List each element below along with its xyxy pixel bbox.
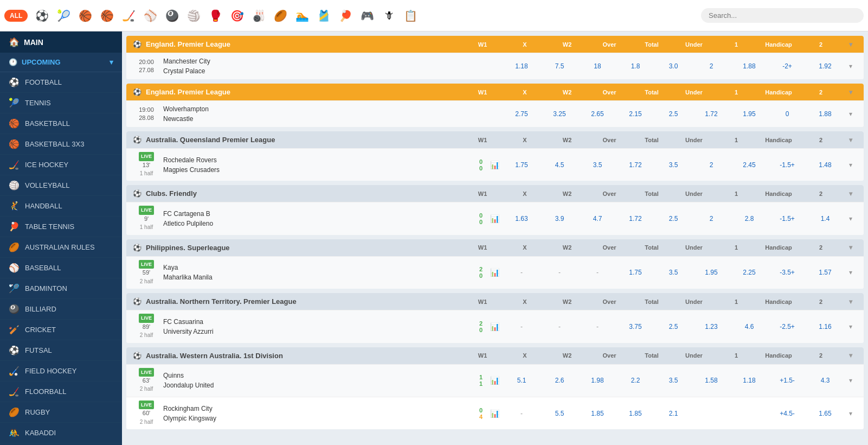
stats-icon[interactable]: 📊 <box>486 214 503 223</box>
odds-x[interactable]: - <box>541 323 578 330</box>
odds-under[interactable]: 1.95 <box>692 269 730 276</box>
football-icon-btn[interactable]: ⚽ <box>32 6 52 26</box>
darts-icon-btn[interactable]: 🎯 <box>227 6 247 26</box>
expand-icon[interactable]: ▾ <box>844 41 857 48</box>
sidebar-main-item[interactable]: 🏠 MAIN <box>0 31 122 53</box>
odds-x[interactable]: - <box>541 269 578 276</box>
league-header-qpl[interactable]: ⚽ Australia. Queensland Premier League W… <box>126 131 864 148</box>
odds-x[interactable]: 3.25 <box>541 110 578 118</box>
expand-row-icon[interactable]: ▾ <box>844 62 857 70</box>
league-header-ntpl[interactable]: ⚽ Australia. Northern Territory. Premier… <box>126 293 864 310</box>
expand-row-icon[interactable]: ▾ <box>844 110 857 118</box>
odds-w1[interactable]: - <box>503 323 541 330</box>
odds-1[interactable]: 2.8 <box>730 215 768 223</box>
odds-over[interactable]: 2.15 <box>616 110 654 118</box>
odds-w1[interactable]: 1.63 <box>503 215 541 223</box>
odds-under[interactable]: 2 <box>692 215 730 223</box>
expand-icon[interactable]: ▾ <box>844 352 857 359</box>
sidebar-item-tennis[interactable]: 🎾 TENNIS <box>0 93 122 113</box>
league-header-wapl[interactable]: ⚽ Australia. Western Australia. 1st Divi… <box>126 347 864 364</box>
odds-w1[interactable]: 5.1 <box>503 377 541 384</box>
billiard-icon-btn[interactable]: 🎱 <box>162 6 182 26</box>
odds-w2[interactable]: 3.5 <box>578 161 616 169</box>
odds-under[interactable]: 1.23 <box>692 323 730 330</box>
odds-over[interactable]: 2.2 <box>616 377 654 384</box>
odds-under[interactable]: 1.72 <box>692 110 730 118</box>
odds-1[interactable]: 1.95 <box>730 110 768 118</box>
league-header-epl1[interactable]: ⚽ England. Premier League W1 X W2 Over T… <box>126 36 864 53</box>
expand-icon[interactable]: ▾ <box>844 298 857 306</box>
stats-icon[interactable]: 📊 <box>486 409 503 418</box>
stats-icon[interactable]: 📊 <box>486 161 503 169</box>
odds-w1[interactable]: 2.75 <box>503 110 541 118</box>
odds-1[interactable]: 2.45 <box>730 161 768 169</box>
boxing-icon-btn[interactable]: 🥊 <box>205 6 225 26</box>
odds-x[interactable]: 4.5 <box>541 161 578 169</box>
odds-under[interactable]: 2 <box>692 62 730 70</box>
league-header-friendly[interactable]: ⚽ Clubs. Friendly W1 X W2 Over Total Und… <box>126 185 864 202</box>
league-header-phil[interactable]: ⚽ Philippines. Superleague W1 X W2 Over … <box>126 239 864 256</box>
sidebar-item-fieldhockey[interactable]: 🏑 FIELD HOCKEY <box>0 361 122 382</box>
sidebar-item-basketball[interactable]: 🏀 BASKETBALL <box>0 113 122 134</box>
odds-w2[interactable]: 1.85 <box>578 410 616 417</box>
odds-1[interactable]: 4.6 <box>730 323 768 330</box>
expand-icon[interactable]: ▾ <box>844 136 857 144</box>
odds-2[interactable]: 4.3 <box>806 377 844 384</box>
sidebar-item-floorball[interactable]: 🏒 FLOORBALL <box>0 382 122 402</box>
odds-over[interactable]: 1.72 <box>616 215 654 223</box>
sidebar-item-basketball3x3[interactable]: 🏀 BASKETBALL 3X3 <box>0 134 122 155</box>
sidebar-item-cricket[interactable]: 🏏 CRICKET <box>0 320 122 340</box>
bowling-icon-btn[interactable]: 🎳 <box>249 6 268 26</box>
odds-over[interactable]: 1.72 <box>616 161 654 169</box>
sidebar-upcoming-item[interactable]: 🕐 UPCOMING ▾ <box>0 53 122 72</box>
basketball3x3-icon-btn[interactable]: 🏀 <box>97 6 117 26</box>
sidebar-item-rugby[interactable]: 🏉 RUGBY <box>0 402 122 423</box>
stats-icon[interactable]: 📊 <box>486 322 503 331</box>
sidebar-item-football[interactable]: ⚽ FOOTBALL <box>0 72 122 93</box>
stats-icon[interactable]: 📊 <box>486 376 503 385</box>
search-input[interactable] <box>701 8 864 23</box>
expand-row-icon[interactable]: ▾ <box>844 410 857 417</box>
odds-w1[interactable]: - <box>503 269 541 276</box>
odds-1[interactable]: 1.88 <box>730 62 768 70</box>
expand-icon[interactable]: ▾ <box>844 244 857 251</box>
sidebar-item-australianrules[interactable]: 🏉 AUSTRALIAN RULES <box>0 237 122 258</box>
odds-1[interactable]: 1.18 <box>730 377 768 384</box>
odds-w2[interactable]: 1.98 <box>578 377 616 384</box>
odds-w1[interactable]: - <box>503 410 541 417</box>
expand-row-icon[interactable]: ▾ <box>844 269 857 276</box>
tennis-icon-btn[interactable]: 🎾 <box>54 6 73 26</box>
sidebar-item-icehockey[interactable]: 🏒 ICE HOCKEY <box>0 155 122 175</box>
odds-x[interactable]: 5.5 <box>541 410 578 417</box>
odds-2[interactable]: 1.16 <box>806 323 844 330</box>
odds-w2[interactable]: 2.65 <box>578 110 616 118</box>
sidebar-item-baseball[interactable]: ⚾ BASEBALL <box>0 258 122 278</box>
odds-2[interactable]: 1.4 <box>806 215 844 223</box>
expand-row-icon[interactable]: ▾ <box>844 161 857 169</box>
icehockey-icon-btn[interactable]: 🏒 <box>119 6 138 26</box>
odds-w2[interactable]: - <box>578 323 616 330</box>
athletics-icon-btn[interactable]: 🎽 <box>314 6 333 26</box>
odds-under[interactable]: 2 <box>692 161 730 169</box>
odds-under[interactable]: 1.58 <box>692 377 730 384</box>
esports-icon-btn[interactable]: 🎮 <box>357 6 377 26</box>
basketball-icon-btn[interactable]: 🏀 <box>75 6 95 26</box>
sidebar-item-futsal[interactable]: ⚽ FUTSAL <box>0 340 122 361</box>
sidebar-item-billiard[interactable]: 🎱 BILLIARD <box>0 299 122 320</box>
odds-over[interactable]: 1.8 <box>616 62 654 70</box>
stats-icon[interactable]: 📊 <box>486 268 503 277</box>
odds-2[interactable]: 1.92 <box>806 62 844 70</box>
tabletennis-icon-btn[interactable]: 🏓 <box>336 6 355 26</box>
odds-w2[interactable]: 18 <box>578 62 616 70</box>
odds-x[interactable]: 3.9 <box>541 215 578 223</box>
dota-icon-btn[interactable]: 🗡 <box>379 6 398 26</box>
odds-w1[interactable]: 1.18 <box>503 62 541 70</box>
odds-over[interactable]: 1.75 <box>616 269 654 276</box>
expand-row-icon[interactable]: ▾ <box>844 323 857 330</box>
expand-icon[interactable]: ▾ <box>844 88 857 96</box>
odds-w2[interactable]: 4.7 <box>578 215 616 223</box>
extra-icon-btn[interactable]: 📋 <box>401 6 420 26</box>
sidebar-item-volleyball[interactable]: 🏐 VOLLEYBALL <box>0 175 122 196</box>
expand-row-icon[interactable]: ▾ <box>844 215 857 223</box>
baseball-icon-btn[interactable]: ⚾ <box>140 6 160 26</box>
